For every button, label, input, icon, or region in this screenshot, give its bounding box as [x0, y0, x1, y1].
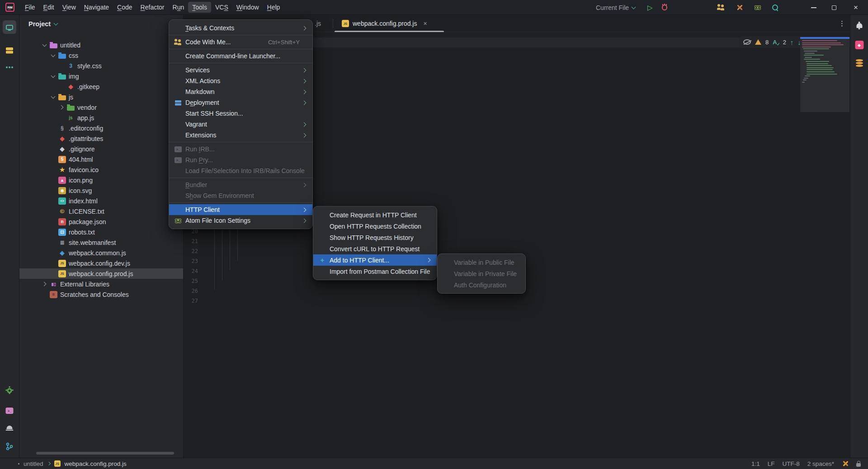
- ai-assistant-button[interactable]: ◆: [855, 41, 863, 49]
- tree-item[interactable]: ◈ webpack.common.js: [19, 248, 183, 258]
- menu-item[interactable]: Markdown: [169, 86, 312, 97]
- code-with-me-button[interactable]: [717, 0, 726, 15]
- tree-item[interactable]: JS webpack.config.dev.js: [19, 258, 183, 268]
- tree-item[interactable]: ≡ Scratches and Consoles: [19, 289, 183, 300]
- menubar-item[interactable]: Help: [263, 2, 284, 13]
- tree-chevron-icon[interactable]: [50, 94, 56, 100]
- close-button[interactable]: ×: [854, 0, 858, 15]
- debug-button[interactable]: [662, 0, 667, 15]
- menu-item[interactable]: Load File/Selection Into IRB/Rails Conso…: [169, 165, 312, 176]
- menu-item[interactable]: Tasks & Contexts: [169, 23, 312, 33]
- search-everywhere-button[interactable]: [772, 0, 779, 15]
- build-icon[interactable]: [842, 460, 849, 467]
- tree-chevron-icon[interactable]: [50, 188, 56, 193]
- menu-item[interactable]: Auth Configuration: [438, 279, 525, 291]
- database-button[interactable]: [856, 59, 863, 67]
- tree-chevron-icon[interactable]: [50, 219, 56, 225]
- tree-chevron-icon[interactable]: [50, 53, 56, 58]
- menu-item[interactable]: Show Gem Environment: [169, 190, 312, 201]
- tree-item[interactable]: css: [19, 50, 183, 61]
- tree-chevron-icon[interactable]: [50, 136, 56, 141]
- tree-item[interactable]: ★ favicon.ico: [19, 164, 183, 175]
- tree-item[interactable]: <> index.html: [19, 196, 183, 206]
- code-line[interactable]: 27: [184, 296, 850, 306]
- tree-item[interactable]: ∗ icon.svg: [19, 185, 183, 196]
- tree-chevron-icon[interactable]: [59, 115, 64, 121]
- tree-item[interactable]: js: [19, 92, 183, 102]
- line-separator[interactable]: LF: [768, 460, 775, 467]
- tab-options-button[interactable]: ⋮: [839, 15, 845, 32]
- tree-item[interactable]: ◆ .gitattributes: [19, 133, 183, 144]
- code-line[interactable]: 21: [184, 236, 850, 246]
- minimize-button[interactable]: [811, 0, 816, 15]
- menubar-item[interactable]: Tools: [188, 2, 211, 13]
- tree-chevron-icon[interactable]: [42, 42, 47, 48]
- tab-webpack-config-prod[interactable]: JS webpack.config.prod.js ×: [334, 15, 445, 32]
- tree-chevron-icon[interactable]: [50, 209, 56, 214]
- menu-item[interactable]: Open HTTP Requests Collection: [313, 220, 437, 232]
- tree-chevron-icon[interactable]: [50, 74, 56, 79]
- tree-chevron-icon[interactable]: [50, 178, 56, 183]
- menubar-item[interactable]: Refactor: [137, 2, 169, 13]
- project-horizontal-scrollbar[interactable]: [36, 452, 174, 455]
- problems-toolwindow-button[interactable]: [7, 426, 13, 429]
- settings-button[interactable]: [7, 388, 12, 393]
- tree-chevron-icon[interactable]: [50, 230, 56, 235]
- restore-button[interactable]: [832, 0, 836, 15]
- menu-item[interactable]: Variable in Public File: [438, 257, 525, 268]
- tree-item[interactable]: ⊡ robots.txt: [19, 227, 183, 237]
- menu-item[interactable]: Create Request in HTTP Client: [313, 209, 437, 220]
- tree-item[interactable]: ▮▯ External Libraries: [19, 279, 183, 289]
- project-panel-header[interactable]: Project: [19, 15, 183, 33]
- menu-item[interactable]: Atom File Icon Settings: [169, 215, 312, 226]
- tree-item[interactable]: n package.json: [19, 216, 183, 227]
- tree-chevron-icon[interactable]: [50, 198, 56, 204]
- run-button[interactable]: ▷: [647, 0, 653, 15]
- project-toolwindow-button[interactable]: [3, 20, 16, 34]
- tree-chevron-icon[interactable]: [50, 126, 56, 131]
- tree-item[interactable]: ◆ .gitignore: [19, 144, 183, 154]
- caret-position[interactable]: 1:1: [751, 460, 760, 467]
- menu-item[interactable]: Code With Me... Ctrl+Shift+Y: [169, 37, 312, 47]
- tree-item[interactable]: © LICENSE.txt: [19, 206, 183, 216]
- tree-chevron-icon[interactable]: [50, 261, 56, 266]
- menu-item[interactable]: Import from Postman Collection File: [313, 266, 437, 277]
- tree-item[interactable]: ≣ site.webmanifest: [19, 237, 183, 248]
- menu-item[interactable]: >_ Run Pry...: [169, 155, 312, 165]
- tree-item[interactable]: § .editorconfig: [19, 123, 183, 133]
- tree-chevron-icon[interactable]: [42, 281, 47, 287]
- tree-item[interactable]: ◆ .gitkeep: [19, 81, 183, 92]
- build-tools-button[interactable]: [736, 0, 744, 15]
- tree-chevron-icon[interactable]: [50, 167, 56, 173]
- tree-item[interactable]: img: [19, 71, 183, 81]
- menu-item[interactable]: Show HTTP Requests History: [313, 232, 437, 243]
- menu-item[interactable]: Convert cURL to HTTP Request: [313, 243, 437, 254]
- tree-chevron-icon[interactable]: [42, 292, 47, 297]
- menubar-item[interactable]: Run: [169, 2, 189, 13]
- more-toolwindows-button[interactable]: [9, 66, 10, 68]
- close-tab-icon[interactable]: ×: [423, 20, 427, 27]
- tree-item[interactable]: 3 style.css: [19, 61, 183, 71]
- menubar-item[interactable]: VCS: [211, 2, 232, 13]
- menu-item[interactable]: + Add to HTTP Client...: [313, 254, 437, 266]
- menu-item[interactable]: >_ Run IRB...: [169, 144, 312, 155]
- menu-item[interactable]: Deployment: [169, 97, 312, 108]
- menubar-item[interactable]: View: [58, 2, 80, 13]
- menu-item[interactable]: Services: [169, 65, 312, 75]
- tree-item[interactable]: vendor: [19, 102, 183, 113]
- tree-chevron-icon[interactable]: [50, 146, 56, 152]
- minimap-code-overview[interactable]: [800, 37, 849, 112]
- atom-plugin-button[interactable]: [754, 0, 761, 15]
- indent-style[interactable]: 2 spaces*: [807, 460, 834, 467]
- menubar-item[interactable]: Window: [232, 2, 263, 13]
- services-toolwindow-button[interactable]: [6, 47, 13, 53]
- partial-tab[interactable]: .js: [315, 15, 321, 32]
- tree-chevron-icon[interactable]: [59, 84, 64, 89]
- menu-item[interactable]: Start SSH Session...: [169, 108, 312, 119]
- notifications-button[interactable]: [856, 23, 862, 28]
- inspection-widget[interactable]: 8 A✓ 2 ↑ ↓: [739, 36, 806, 48]
- tree-chevron-icon[interactable]: [59, 63, 64, 69]
- tree-chevron-icon[interactable]: [50, 157, 56, 162]
- run-configuration-widget[interactable]: Current File: [596, 0, 635, 15]
- menubar-item[interactable]: Navigate: [80, 2, 113, 13]
